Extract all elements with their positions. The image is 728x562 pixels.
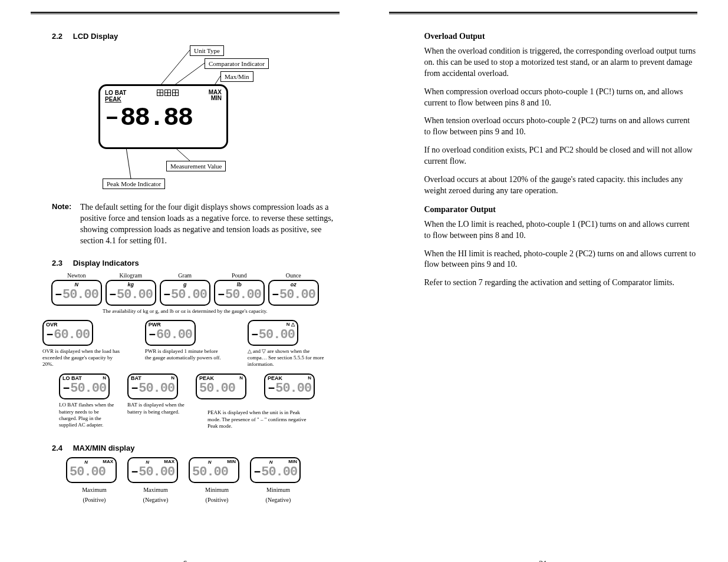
secnum: 2.2: [52, 32, 62, 41]
lcd-value: 60.00: [54, 329, 90, 342]
lcd-lobat: LO BAT: [105, 90, 126, 96]
lcd-tile: N MIN 50.00: [189, 457, 239, 483]
indicator-item: BAT N –50.00 BAT is displayed when the b…: [127, 373, 186, 415]
lcd-value: 50.00: [139, 382, 174, 395]
units-row: Newton N –50.00 Kilogram kg –50.00 Gram …: [42, 272, 328, 306]
para: Overload occurs at about 120% of the gau…: [424, 174, 698, 197]
indicator-desc: LO BAT flashes when the battery needs to…: [59, 402, 118, 428]
para: If no overload condition exists, PC1 and…: [424, 145, 698, 167]
note-label: Note:: [52, 202, 80, 247]
lcd-comparator-boxes: [157, 90, 179, 103]
units-note: The availability of kg or g, and lb or o…: [31, 308, 340, 314]
note-block: Note: The default setting for the four d…: [52, 202, 340, 247]
page-number: – 31 –: [364, 560, 723, 562]
lcd-value: 50.00: [225, 289, 261, 302]
heading-2-3: 2.3 Display Indicators: [52, 259, 340, 267]
maxmin-label-2: (Negative): [250, 497, 307, 503]
lcd-value: 50.00: [117, 289, 153, 302]
heading-comparator: Comparator Output: [424, 205, 698, 214]
lcd-value: 50.00: [70, 466, 106, 479]
sectitle: LCD Display: [73, 32, 118, 41]
lcd-tile: PEAK N 50.00: [196, 373, 246, 399]
lcd-tile: OVR –60.00: [42, 320, 93, 346]
unit-tile: Pound lb –50.00: [214, 272, 265, 306]
page-number: – 6 –: [6, 560, 364, 562]
secnum: 2.3: [52, 259, 62, 267]
peak-desc: PEAK is displayed when the unit is in Pe…: [207, 409, 308, 429]
unit-tile: Gram g –50.00: [160, 272, 210, 306]
lcd-tile: N △ –50.00: [248, 320, 298, 346]
lcd-value: 50.00: [70, 382, 106, 395]
lcd-tile: PWR –60.00: [145, 320, 196, 346]
sectitle: Display Indicators: [73, 259, 139, 267]
maxmin-row: N MAX 50.00 Maximum (Positive) N MAX –50…: [66, 457, 340, 503]
para: When the HI limit is reached, photo-coup…: [424, 249, 698, 271]
indicator-desc: PWR is displayed 1 minute before the gau…: [145, 348, 225, 362]
maxmin-label-2: (Negative): [127, 497, 184, 503]
secnum: 2.4: [52, 444, 62, 452]
maxmin-label-1: Minimum: [189, 487, 245, 493]
lcd-value: 60.00: [156, 329, 192, 342]
maxmin-label-1: Maximum: [66, 487, 123, 493]
unit-name: Kilogram: [106, 272, 156, 279]
indicator-item: PWR –60.00 PWR is displayed 1 minute bef…: [145, 320, 225, 362]
para: When compression overload occurs photo-c…: [424, 87, 698, 109]
maxmin-tile: N MAX –50.00 Maximum (Negative): [127, 457, 184, 503]
maxmin-label-2: (Positive): [66, 497, 123, 503]
lcd-minus: –: [105, 106, 118, 130]
unit-name: Newton: [51, 272, 102, 279]
maxmin-tile: N MAX 50.00 Maximum (Positive): [66, 457, 123, 503]
note-text: The default setting for the four digit d…: [80, 202, 340, 247]
lcd-tile: LO BAT N –50.00: [59, 373, 110, 399]
lcd-tile: g –50.00: [160, 280, 210, 306]
page-6: 2.2 LCD Display Unit Type Comparator Ind…: [6, 12, 364, 562]
unit-tile: Kilogram kg –50.00: [106, 272, 156, 306]
indicator-item: PEAK N –50.00: [264, 373, 323, 399]
lcd-value: 50.00: [261, 466, 297, 479]
indicator-item: LO BAT N –50.00 LO BAT flashes when the …: [59, 373, 118, 428]
lcd-peak: PEAK: [105, 96, 121, 103]
maxmin-label-1: Minimum: [250, 487, 307, 493]
maxmin-tile: N MIN 50.00 Minimum (Positive): [189, 457, 245, 503]
indicator-desc: OVR is displayed when the load has excee…: [42, 348, 123, 368]
figure-lcd-display: Unit Type Comparator Indicator Max/Min M…: [66, 45, 319, 196]
lcd-value: 50.00: [279, 289, 315, 302]
indicator-desc: △ and ▽ are shown when the compa… See se…: [248, 348, 328, 368]
heading-2-4: 2.4 MAX/MIN display: [52, 444, 340, 452]
lcd-top-right: N: [239, 376, 243, 382]
lcd-tile: N MAX –50.00: [127, 457, 178, 483]
para: When tension overload occurs photo-coupl…: [424, 115, 698, 138]
maxmin-tile: N MIN –50.00 Minimum (Negative): [250, 457, 307, 503]
lcd-value: 50.00: [139, 466, 174, 479]
rule: [31, 12, 340, 14]
lcd-value: 50.00: [259, 329, 295, 342]
para: When the LO limit is reached, photo-coup…: [424, 219, 698, 242]
maxmin-label-1: Maximum: [127, 487, 184, 493]
unit-name: Gram: [160, 272, 210, 279]
lcd-value: 50.00: [199, 382, 235, 395]
lcd-tile: BAT N –50.00: [127, 373, 178, 399]
sectitle: MAX/MIN display: [73, 444, 135, 452]
indicator-item: PEAK N 50.00: [196, 373, 255, 399]
lcd-top-right: MIN: [227, 459, 236, 466]
indicator-item: OVR –60.00 OVR is displayed when the loa…: [42, 320, 123, 368]
indicator-desc: BAT is displayed when the battery is bei…: [127, 402, 186, 415]
lcd-tile: PEAK N –50.00: [264, 373, 315, 399]
lcd-tile: N –50.00: [51, 280, 102, 306]
heading-overload: Overload Output: [424, 32, 698, 41]
heading-2-2: 2.2 LCD Display: [52, 32, 340, 41]
lcd-value: 50.00: [171, 289, 207, 302]
lcd-value: 50.00: [192, 466, 228, 479]
lcd-digits: 88.88: [120, 105, 192, 131]
rule: [389, 12, 698, 14]
lcd-main: LO BAT PEAK MAX MIN – 88.88: [98, 84, 228, 149]
lcd-min: MIN: [211, 95, 222, 101]
unit-name: Ounce: [268, 272, 319, 279]
para: Refer to section 7 regarding the activat…: [424, 277, 698, 289]
lcd-value: 50.00: [62, 289, 98, 302]
lcd-tile: kg –50.00: [106, 280, 156, 306]
maxmin-label-2: (Positive): [189, 497, 245, 503]
para: When the overload condition is triggered…: [424, 46, 698, 80]
unit-name: Pound: [214, 272, 265, 279]
unit-tile: Ounce oz –50.00: [268, 272, 319, 306]
